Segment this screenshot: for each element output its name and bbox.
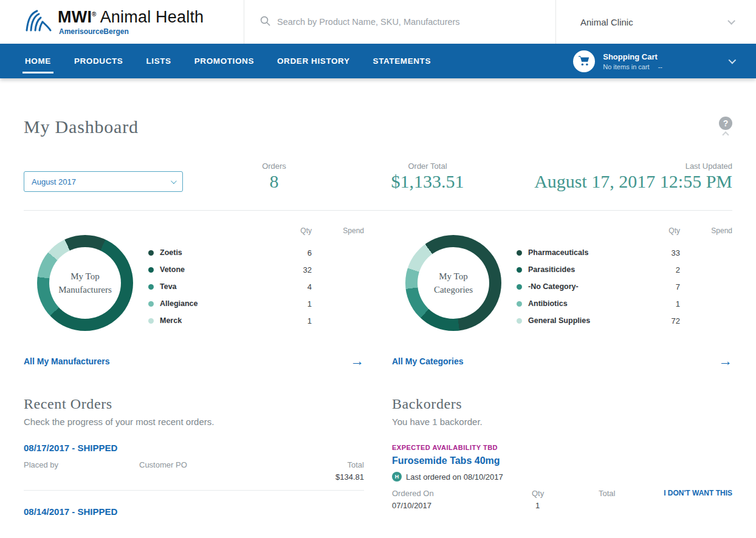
backorders-section: Backorders You have 1 backorder. EXPECTE… (392, 396, 732, 517)
recent-orders-title: Recent Orders (24, 396, 364, 412)
donut-center-line: My Top (434, 270, 473, 284)
legend-dot (148, 318, 154, 324)
dropdown-chevron-icon (171, 178, 177, 184)
legend-row: Antibiotics 1 (517, 295, 732, 312)
arrow-right-icon[interactable]: → (718, 354, 732, 368)
cart-text: Shopping Cart No items in cart-- (603, 52, 662, 70)
total-label: Total (312, 460, 364, 469)
legend-label: Zoetis (160, 248, 275, 257)
customer-po-label: Customer PO (139, 460, 312, 469)
orders-stat: Orders 8 (250, 162, 298, 192)
donut-center-line: My Top (58, 270, 111, 284)
period-dropdown[interactable]: August 2017 (24, 171, 183, 192)
order-total-value: $1,133.51 (359, 171, 496, 192)
legend-label: Parasiticides (528, 265, 644, 274)
arrow-right-icon[interactable]: → (350, 354, 364, 368)
legend-row: Parasiticides 2 (517, 261, 732, 278)
legend-dot (517, 318, 522, 324)
cart-icon (573, 50, 595, 72)
last-ordered-text: Last ordered on 08/10/2017 (406, 472, 503, 482)
shopping-cart[interactable]: Shopping Cart No items in cart-- (573, 44, 743, 78)
categories-donut-chart: My Top Categories (405, 235, 501, 331)
legend-qty: 33 (644, 248, 680, 257)
order-total-stat: Order Total $1,133.51 (359, 162, 496, 192)
backorders-subtitle: You have 1 backorder. (392, 417, 732, 427)
search-input[interactable] (277, 17, 540, 27)
legend-qty: 2 (644, 265, 680, 274)
manufacturers-donut-chart: My Top Manufacturers (37, 235, 133, 331)
last-updated-stat: Last Updated August 17, 2017 12:55 PM (534, 162, 732, 192)
donut-center-line: Categories (434, 283, 473, 297)
legend-row: Pharmaceuticals 33 (517, 244, 732, 261)
top-manufacturers-chart: My Top Manufacturers Qty Spend (24, 211, 364, 368)
qty-column-header: Qty (275, 226, 312, 235)
mwi-logo-icon (24, 9, 52, 35)
nav-item-order-history[interactable]: ORDER HISTORY (266, 44, 362, 78)
legend-qty: 32 (275, 265, 312, 274)
spend-column-header: Spend (680, 226, 732, 235)
brand-logo[interactable]: MWI®Animal Health AmerisourceBergen (0, 0, 244, 44)
legend-label: Merck (160, 316, 275, 325)
order-total-value: $134.81 (24, 472, 364, 482)
history-icon: H (392, 472, 402, 482)
logo-name: Animal Health (100, 8, 204, 26)
legend-qty: 7 (644, 282, 680, 291)
all-categories-link[interactable]: All My Categories (392, 356, 463, 366)
placed-by-label: Placed by (24, 460, 139, 469)
search-icon (260, 16, 270, 29)
backorders-title: Backorders (392, 396, 732, 412)
legend-label: Allegiance (160, 299, 275, 308)
legend-label: Vetone (160, 265, 275, 274)
manufacturers-legend: Qty Spend Zoetis 6 Vetone 32 (148, 226, 364, 331)
cart-status-suffix: -- (658, 63, 662, 70)
ordered-on-label: Ordered On (392, 489, 531, 498)
nav-item-home[interactable]: HOME (13, 44, 63, 78)
backorder-entry: EXPECTED AVAILABILITY TBD Furosemide Tab… (392, 444, 732, 510)
qty-label: Qty (532, 489, 599, 498)
nav-item-lists[interactable]: LISTS (134, 44, 182, 78)
nav-item-statements[interactable]: STATEMENTS (362, 44, 443, 78)
legend-row: Allegiance 1 (148, 295, 364, 312)
legend-dot (517, 284, 522, 290)
legend-dot (148, 250, 154, 256)
account-name: Animal Clinic (580, 17, 633, 27)
spend-column-header: Spend (312, 226, 364, 235)
legend-row: Merck 1 (148, 312, 364, 329)
collapse-chevron-icon[interactable] (722, 131, 729, 138)
donut-center-line: Manufacturers (58, 283, 111, 297)
nav-item-products[interactable]: PRODUCTS (63, 44, 135, 78)
logo-text: MWI®Animal Health AmerisourceBergen (58, 8, 204, 36)
qty-value: 1 (532, 501, 599, 510)
orders-value: 8 (250, 171, 298, 192)
nav-item-promotions[interactable]: PROMOTIONS (183, 44, 266, 78)
account-selector[interactable]: Animal Clinic (556, 0, 756, 44)
legend-row: Zoetis 6 (148, 244, 364, 261)
legend-label: Pharmaceuticals (528, 248, 644, 257)
legend-row: Teva 4 (148, 278, 364, 295)
order-link[interactable]: 08/17/2017 - SHIPPED (24, 443, 364, 453)
cart-chevron-down-icon[interactable] (729, 56, 737, 64)
legend-qty: 1 (275, 299, 312, 308)
help-icon[interactable]: ? (719, 117, 732, 130)
legend-dot (517, 250, 522, 256)
legend-row: -No Category- 7 (517, 278, 732, 295)
legend-dot (517, 267, 522, 273)
all-manufacturers-link[interactable]: All My Manufacturers (24, 356, 110, 366)
categories-legend: Qty Spend Pharmaceuticals 33 Parasiticid… (517, 226, 732, 331)
legend-label: -No Category- (528, 282, 644, 291)
cart-title: Shopping Cart (603, 52, 662, 61)
summary-stats: August 2017 Orders 8 Order Total $1,133.… (24, 162, 732, 192)
total-label: Total (599, 489, 664, 498)
dont-want-this-link[interactable]: I DON'T WANT THIS (664, 489, 732, 497)
order-link[interactable]: 08/14/2017 - SHIPPED (24, 506, 364, 517)
page: MWI®Animal Health AmerisourceBergen Anim… (0, 0, 756, 538)
legend-label: General Supplies (528, 316, 644, 325)
logo-subbrand: AmerisourceBergen (59, 27, 204, 36)
recent-orders-section: Recent Orders Check the progress of your… (24, 396, 364, 517)
last-updated-label: Last Updated (534, 162, 732, 171)
product-link[interactable]: Furosemide Tabs 40mg (392, 455, 732, 466)
legend-qty: 1 (275, 316, 312, 325)
orders-label: Orders (250, 162, 298, 171)
order-entry: 08/17/2017 - SHIPPED Placed by Customer … (24, 443, 364, 491)
legend-dot (517, 301, 522, 307)
